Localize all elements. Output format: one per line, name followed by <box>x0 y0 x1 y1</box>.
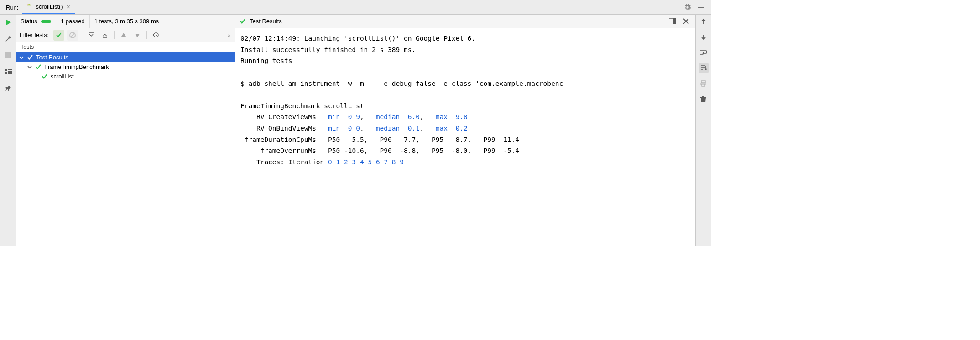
metric-max-link[interactable]: max 0.2 <box>436 125 468 132</box>
trace-iteration-link[interactable]: 4 <box>360 158 364 166</box>
prev-test-icon[interactable] <box>118 30 129 41</box>
trace-iteration-link[interactable]: 6 <box>376 158 380 166</box>
history-icon[interactable] <box>151 30 162 41</box>
test-tree-panel: Status 1 passed 1 tests, 3 m 35 s 309 ms… <box>16 15 235 246</box>
collapse-all-icon[interactable] <box>99 30 110 41</box>
status-label: Status <box>21 18 37 25</box>
tree-node-class[interactable]: FrameTimingBenchmark <box>16 62 235 72</box>
run-icon[interactable] <box>3 17 13 27</box>
pass-icon <box>240 18 246 25</box>
close-icon[interactable]: × <box>66 3 71 10</box>
chevron-down-icon <box>27 64 32 70</box>
metric-label: RV OnBindViewMs <box>256 125 316 132</box>
view-mode-icon[interactable] <box>667 16 677 26</box>
console-title: Test Results <box>250 18 282 25</box>
trace-iteration-link[interactable]: 5 <box>368 158 372 166</box>
traces-label: Traces: Iteration <box>256 158 324 166</box>
show-passed-toggle[interactable] <box>53 30 64 41</box>
status-total: 1 tests, 3 m 35 s 309 ms <box>94 18 159 25</box>
metric-median-link[interactable]: median 6.0 <box>376 113 420 120</box>
console-output[interactable]: 02/07 12:14:49: Launching 'scrollList()'… <box>235 28 695 246</box>
console-panel: Test Results 02/07 12:14:49: Launching '… <box>235 15 711 246</box>
console-line: Install successfully finished in 2 s 389… <box>240 46 416 53</box>
stop-icon[interactable] <box>3 50 13 60</box>
run-panel: Run: scrollList() × <box>0 0 711 246</box>
trace-iteration-link[interactable]: 7 <box>384 158 388 166</box>
svg-rect-14 <box>701 81 705 83</box>
pin-icon[interactable] <box>3 83 13 93</box>
svg-rect-6 <box>5 72 7 74</box>
svg-rect-7 <box>8 71 12 73</box>
filter-toolbar: Filter tests: <box>16 28 235 42</box>
run-tab-scrolllist[interactable]: scrollList() × <box>22 0 74 14</box>
next-test-icon[interactable] <box>132 30 143 41</box>
metric-median-link[interactable]: median 0.1 <box>376 125 420 132</box>
arrow-down-icon[interactable] <box>699 32 709 42</box>
svg-rect-8 <box>8 73 12 74</box>
tab-label: scrollList() <box>36 3 63 10</box>
more-icon[interactable]: » <box>228 32 231 38</box>
trace-iteration-link[interactable]: 2 <box>344 158 348 166</box>
metric-min-link[interactable]: min 0.0 <box>328 125 360 132</box>
filter-label: Filter tests: <box>20 31 51 38</box>
trash-icon[interactable] <box>699 94 709 104</box>
console-line: $ adb shell am instrument -w -m -e debug… <box>240 80 563 87</box>
right-toolbar <box>695 15 711 246</box>
trace-iteration-link[interactable]: 9 <box>400 158 404 166</box>
console-line: FrameTimingBenchmark_scrollList <box>240 102 364 110</box>
layout-icon[interactable] <box>3 67 13 77</box>
svg-rect-13 <box>673 18 676 24</box>
test-tree[interactable]: Test Results FrameTimingBenchmark scroll… <box>16 52 235 246</box>
console-line: frameDurationCpuMs P50 5.5, P90 7.7, P95… <box>240 136 519 143</box>
tab-bar: Run: scrollList() × <box>0 0 711 15</box>
pass-icon <box>27 54 33 61</box>
wrench-icon[interactable] <box>3 34 13 44</box>
print-icon[interactable] <box>699 78 709 89</box>
console-line: 02/07 12:14:49: Launching 'scrollList()'… <box>240 35 475 42</box>
trace-iteration-link[interactable]: 0 <box>328 158 332 166</box>
console-header: Test Results <box>235 15 695 28</box>
soft-wrap-icon[interactable] <box>699 47 709 58</box>
svg-rect-3 <box>5 52 11 58</box>
trace-iteration-link[interactable]: 3 <box>352 158 356 166</box>
svg-point-0 <box>28 4 29 5</box>
status-bar: Status 1 passed 1 tests, 3 m 35 s 309 ms <box>16 15 235 28</box>
android-icon <box>26 3 33 10</box>
metric-max-link[interactable]: max 9.8 <box>436 113 468 120</box>
tree-node-results[interactable]: Test Results <box>16 52 235 62</box>
pass-icon <box>35 64 42 70</box>
console-line: Running tests <box>240 57 292 64</box>
scroll-to-end-icon[interactable] <box>699 63 709 73</box>
svg-rect-2 <box>698 7 704 8</box>
tree-node-label: Test Results <box>36 54 68 61</box>
metric-min-link[interactable]: min 0.9 <box>328 113 360 120</box>
tree-header: Tests <box>16 42 235 52</box>
chevron-down-icon <box>19 55 24 60</box>
tree-node-label: scrollList <box>51 73 74 80</box>
tree-node-label: FrameTimingBenchmark <box>44 63 109 70</box>
svg-rect-4 <box>5 69 7 71</box>
show-ignored-toggle[interactable] <box>67 30 78 41</box>
left-toolbar <box>0 15 16 246</box>
minimize-icon[interactable] <box>696 2 706 12</box>
status-passed: 1 passed <box>61 18 85 25</box>
pass-icon <box>42 73 48 80</box>
svg-rect-5 <box>8 69 12 70</box>
settings-icon[interactable] <box>683 2 693 12</box>
run-label: Run: <box>2 4 22 11</box>
close-console-icon[interactable] <box>681 16 691 26</box>
console-line: frameOverrunMs P50 -10.6, P90 -8.8, P95 … <box>240 147 519 154</box>
trace-iteration-link[interactable]: 8 <box>392 158 396 166</box>
svg-line-10 <box>71 33 74 37</box>
status-pass-indicator <box>41 20 51 23</box>
arrow-up-icon[interactable] <box>699 16 709 26</box>
metric-label: RV CreateViewMs <box>256 113 316 120</box>
trace-iteration-link[interactable]: 1 <box>336 158 340 166</box>
expand-all-icon[interactable] <box>86 30 97 41</box>
tree-node-test[interactable]: scrollList <box>16 72 235 81</box>
